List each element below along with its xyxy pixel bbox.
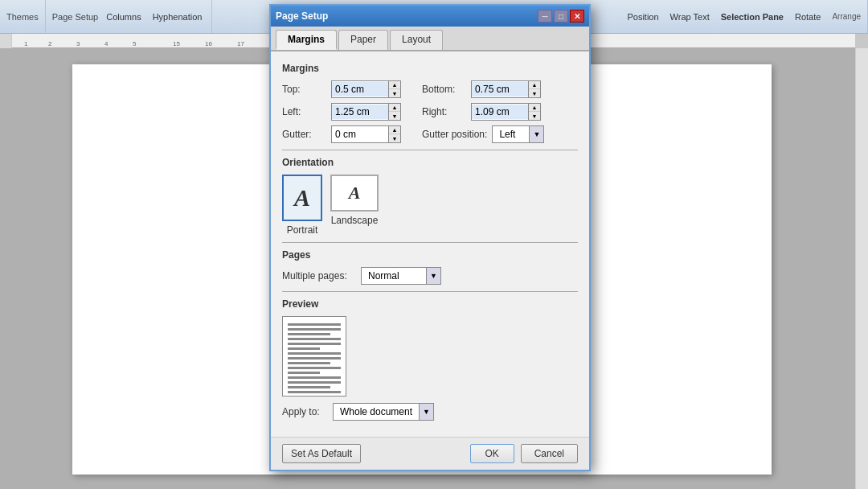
tab-layout[interactable]: Layout <box>390 30 443 50</box>
preview-line-6 <box>288 347 320 350</box>
preview-line-5 <box>288 343 341 345</box>
themes-label: Themes <box>6 12 39 22</box>
preview-line-12 <box>288 376 341 379</box>
gutter-input[interactable] <box>332 127 388 142</box>
tab-paper[interactable]: Paper <box>338 30 388 50</box>
dialog-titlebar: Page Setup ─ □ ✕ <box>271 6 589 27</box>
right-decrement[interactable]: ▼ <box>529 112 540 120</box>
preview-line-11 <box>288 372 320 374</box>
right-input-group: ▲ ▼ <box>471 103 541 121</box>
multiple-pages-select-group: Normal ▼ <box>361 267 441 285</box>
columns-button[interactable]: Columns <box>103 10 144 23</box>
wrap-text-button[interactable]: Wrap Text <box>667 10 713 23</box>
bottom-input[interactable] <box>472 82 528 97</box>
right-spinner: ▲ ▼ <box>528 104 540 120</box>
pages-divider <box>282 242 578 243</box>
orientation-header: Orientation <box>282 157 578 168</box>
vertical-scrollbar[interactable] <box>855 48 868 489</box>
top-decrement[interactable]: ▼ <box>389 89 400 97</box>
left-spinner: ▲ ▼ <box>388 104 400 120</box>
apply-to-value: Whole document <box>334 404 419 420</box>
landscape-option[interactable]: A Landscape <box>330 175 379 236</box>
preview-line-4 <box>288 338 341 340</box>
preview-line-1 <box>288 323 341 326</box>
bottom-input-group: ▲ ▼ <box>471 80 541 98</box>
ribbon-pagesetup-section: Page Setup Columns Hyphenation <box>46 0 213 33</box>
preview-line-9 <box>288 362 330 364</box>
pages-header: Pages <box>282 249 578 261</box>
margins-section-header: Margins <box>282 63 578 74</box>
portrait-icon: A <box>282 175 322 221</box>
preview-line-14 <box>288 386 330 388</box>
multiple-pages-label: Multiple pages: <box>282 270 354 281</box>
portrait-label: Portrait <box>287 224 318 236</box>
rotate-button[interactable]: Rotate <box>792 10 824 23</box>
multiple-pages-value: Normal <box>362 268 426 284</box>
dialog-tabs: Margins Paper Layout <box>271 27 589 51</box>
bottom-increment[interactable]: ▲ <box>529 81 540 89</box>
position-button[interactable]: Position <box>624 10 661 23</box>
gutter-position-dropdown[interactable]: ▼ <box>529 126 543 142</box>
preview-line-2 <box>288 328 341 331</box>
preview-header: Preview <box>282 298 578 310</box>
top-margin-row: Top: ▲ ▼ Bottom: ▲ ▼ <box>282 80 578 98</box>
gutter-margin-row: Gutter: ▲ ▼ Gutter position: Left ▼ <box>282 125 578 143</box>
preview-box <box>282 316 346 397</box>
preview-line-8 <box>288 357 341 360</box>
close-button[interactable]: ✕ <box>570 10 584 23</box>
left-label: Left: <box>282 106 326 117</box>
gutter-input-group: ▲ ▼ <box>331 125 401 143</box>
preview-line-16 <box>288 396 341 397</box>
minimize-button[interactable]: ─ <box>538 10 552 23</box>
top-input[interactable] <box>332 82 388 97</box>
selection-pane-button[interactable]: Selection Pane <box>718 10 787 23</box>
right-input[interactable] <box>472 105 528 119</box>
bottom-decrement[interactable]: ▼ <box>529 89 540 97</box>
preview-line-7 <box>288 352 341 355</box>
apply-to-select-group: Whole document ▼ <box>333 403 434 421</box>
ok-button[interactable]: OK <box>470 444 514 463</box>
left-margin-row: Left: ▲ ▼ Right: ▲ ▼ <box>282 103 578 121</box>
left-input-group: ▲ ▼ <box>331 103 401 121</box>
gutter-position-value: Left <box>493 127 529 142</box>
ribbon-themes-section: Themes <box>0 0 46 33</box>
left-input[interactable] <box>332 105 388 119</box>
hyphenation-button[interactable]: Hyphenation <box>149 10 206 23</box>
dialog-title: Page Setup <box>276 10 328 22</box>
bottom-spinner: ▲ ▼ <box>528 81 540 97</box>
gutter-label: Gutter: <box>282 129 326 140</box>
preview-line-13 <box>288 381 341 384</box>
gutter-decrement[interactable]: ▼ <box>389 134 400 142</box>
pages-row: Multiple pages: Normal ▼ <box>282 267 578 285</box>
left-increment[interactable]: ▲ <box>389 104 400 112</box>
right-increment[interactable]: ▲ <box>529 104 540 112</box>
gutter-increment[interactable]: ▲ <box>389 126 400 134</box>
page-setup-dialog[interactable]: Page Setup ─ □ ✕ Margins Paper Layout Ma… <box>269 4 591 471</box>
preview-divider <box>282 291 578 292</box>
apply-to-row: Apply to: Whole document ▼ <box>282 403 578 421</box>
gutter-spinner: ▲ ▼ <box>388 126 400 142</box>
set-as-default-button[interactable]: Set As Default <box>282 444 361 463</box>
multiple-pages-dropdown[interactable]: ▼ <box>426 268 440 284</box>
top-label: Top: <box>282 84 326 95</box>
orientation-divider <box>282 150 578 150</box>
maximize-button[interactable]: □ <box>554 10 568 23</box>
top-spinner: ▲ ▼ <box>388 81 400 97</box>
cancel-button[interactable]: Cancel <box>521 444 578 463</box>
ribbon-arrange-section: Position Wrap Text Selection Pane Rotate… <box>617 0 868 33</box>
pagesetup-label: Page Setup <box>52 12 99 22</box>
portrait-option[interactable]: A Portrait <box>282 175 322 236</box>
preview-line-10 <box>288 367 341 369</box>
preview-line-3 <box>288 333 330 335</box>
landscape-label: Landscape <box>331 215 379 226</box>
dialog-content: Margins Top: ▲ ▼ Bottom: ▲ ▼ <box>271 51 589 437</box>
gutter-position-select-group: Left ▼ <box>492 125 544 143</box>
gutter-position-label: Gutter position: <box>422 129 487 140</box>
tab-margins[interactable]: Margins <box>276 30 337 50</box>
top-increment[interactable]: ▲ <box>389 81 400 89</box>
apply-to-dropdown[interactable]: ▼ <box>419 404 433 420</box>
left-decrement[interactable]: ▼ <box>389 112 400 120</box>
dialog-title-controls: ─ □ ✕ <box>538 10 584 23</box>
top-input-group: ▲ ▼ <box>331 80 401 98</box>
ok-cancel-group: OK Cancel <box>470 444 578 463</box>
